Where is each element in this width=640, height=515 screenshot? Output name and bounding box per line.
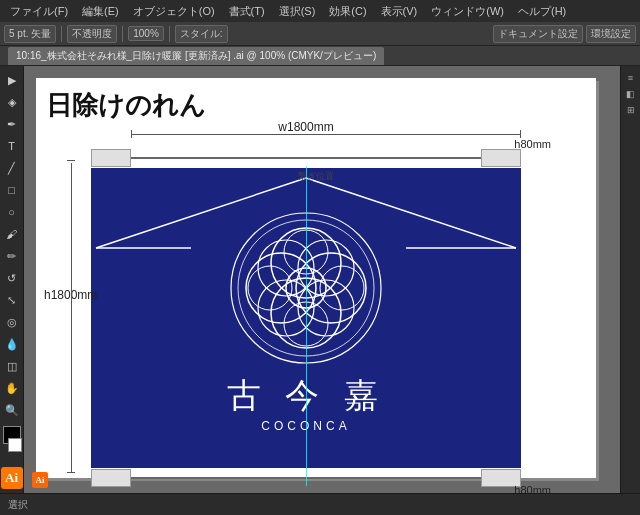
ellipse-tool[interactable]: ○ bbox=[2, 202, 22, 222]
rotate-tool[interactable]: ↺ bbox=[2, 268, 22, 288]
left-toolbar: ▶ ◈ ✒ T ╱ □ ○ 🖌 ✏ ↺ ⤡ ◎ 💧 ◫ ✋ 🔍 Ai bbox=[0, 66, 24, 493]
opacity-selector[interactable]: 不透明度 bbox=[67, 25, 117, 43]
doc-settings-button[interactable]: ドキュメント設定 bbox=[493, 25, 583, 43]
menu-type[interactable]: 書式(T) bbox=[223, 2, 271, 21]
right-panel: ≡ ◧ ⊞ bbox=[620, 66, 640, 493]
stroke-color[interactable] bbox=[8, 438, 22, 452]
canvas-area[interactable]: 日除けのれん w1800mm h80mm bbox=[24, 66, 620, 493]
menu-bar: ファイル(F) 編集(E) オブジェクト(O) 書式(T) 選択(S) 効果(C… bbox=[0, 0, 640, 22]
top-rod-height-label: h80mm bbox=[514, 138, 551, 150]
type-tool[interactable]: T bbox=[2, 136, 22, 156]
menu-effect[interactable]: 効果(C) bbox=[323, 2, 372, 21]
menu-view[interactable]: 表示(V) bbox=[375, 2, 424, 21]
pencil-tool[interactable]: ✏ bbox=[2, 246, 22, 266]
height-dim-line bbox=[71, 163, 72, 473]
style-selector[interactable]: スタイル: bbox=[175, 25, 228, 43]
menu-select[interactable]: 選択(S) bbox=[273, 2, 322, 21]
panel-btn-3[interactable]: ⊞ bbox=[623, 102, 639, 118]
ai-corner-logo: Ai bbox=[32, 472, 48, 488]
pen-tool[interactable]: ✒ bbox=[2, 114, 22, 134]
height-dim-bottom-tick bbox=[67, 472, 75, 473]
blend-tool[interactable]: ◎ bbox=[2, 312, 22, 332]
dim-tick-right bbox=[520, 130, 521, 138]
top-rod-bar bbox=[131, 157, 481, 159]
top-rod-left-end bbox=[91, 149, 131, 167]
selection-tool[interactable]: ▶ bbox=[2, 70, 22, 90]
stroke-selector[interactable]: 5 pt. 矢量 bbox=[4, 25, 56, 43]
rect-tool[interactable]: □ bbox=[2, 180, 22, 200]
menu-file[interactable]: ファイル(F) bbox=[4, 2, 74, 21]
bottom-rod-left-end bbox=[91, 469, 131, 487]
panel-btn-1[interactable]: ≡ bbox=[623, 70, 639, 86]
main-layout: ▶ ◈ ✒ T ╱ □ ○ 🖌 ✏ ↺ ⤡ ◎ 💧 ◫ ✋ 🔍 Ai 日除けのれ… bbox=[0, 66, 640, 493]
toolbar: 5 pt. 矢量 不透明度 100% スタイル: ドキュメント設定 環境設定 bbox=[0, 22, 640, 46]
zoom-tool[interactable]: 🔍 bbox=[2, 400, 22, 420]
status-selection: 選択 bbox=[8, 498, 28, 512]
gradient-tool[interactable]: ◫ bbox=[2, 356, 22, 376]
canvas-title: 日除けのれん bbox=[46, 88, 206, 123]
vertical-guide bbox=[306, 166, 307, 486]
width-label: w1800mm bbox=[278, 120, 333, 134]
height-dim-top-tick bbox=[67, 160, 75, 161]
top-rod-right-end bbox=[481, 149, 521, 167]
document-tab[interactable]: 10:16_株式会社そみれ様_日除け暖簾 [更新済み] .ai @ 100% (… bbox=[8, 47, 384, 65]
env-settings-button[interactable]: 環境設定 bbox=[586, 25, 636, 43]
scale-tool[interactable]: ⤡ bbox=[2, 290, 22, 310]
toolbar-separator bbox=[61, 26, 62, 42]
noren-wrapper: w1800mm h80mm 繋ぎ位置 bbox=[91, 148, 521, 488]
eyedrop-tool[interactable]: 💧 bbox=[2, 334, 22, 354]
artboard: 日除けのれん w1800mm h80mm bbox=[36, 78, 596, 478]
tack-label: 繋ぎ位置 bbox=[298, 170, 334, 183]
top-rod bbox=[91, 148, 521, 168]
zoom-selector[interactable]: 100% bbox=[128, 26, 164, 41]
hand-tool[interactable]: ✋ bbox=[2, 378, 22, 398]
menu-object[interactable]: オブジェクト(O) bbox=[127, 2, 221, 21]
toolbar-separator-2 bbox=[122, 26, 123, 42]
brush-tool[interactable]: 🖌 bbox=[2, 224, 22, 244]
line-tool[interactable]: ╱ bbox=[2, 158, 22, 178]
direct-select-tool[interactable]: ◈ bbox=[2, 92, 22, 112]
ai-logo: Ai bbox=[1, 467, 23, 489]
bottom-rod-height-label: h80mm bbox=[514, 484, 551, 493]
status-bar: 選択 bbox=[0, 493, 640, 515]
menu-window[interactable]: ウィンドウ(W) bbox=[425, 2, 510, 21]
menu-edit[interactable]: 編集(E) bbox=[76, 2, 125, 21]
menu-help[interactable]: ヘルプ(H) bbox=[512, 2, 572, 21]
toolbar-separator-3 bbox=[169, 26, 170, 42]
panel-btn-2[interactable]: ◧ bbox=[623, 86, 639, 102]
